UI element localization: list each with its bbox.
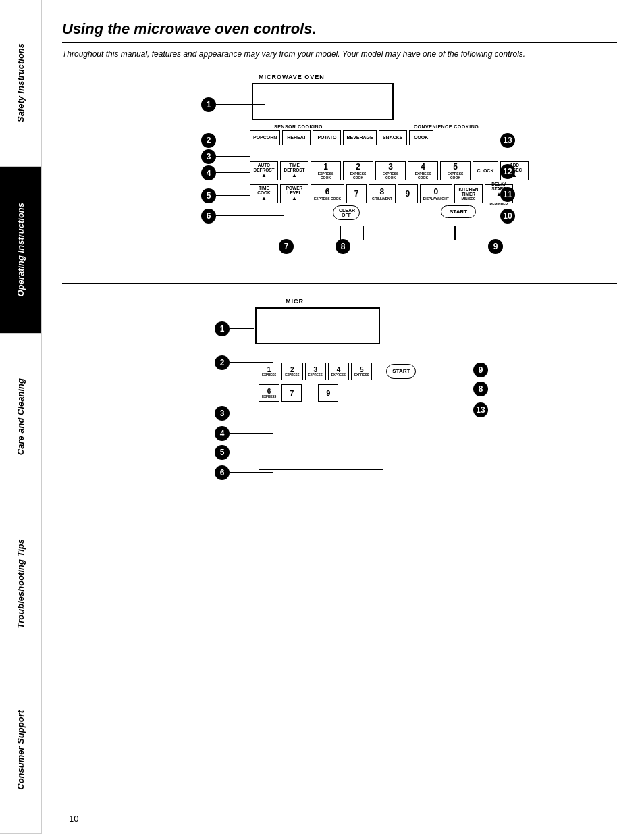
diagram1-top-label: MICROWAVE OVEN [259, 74, 325, 80]
buttons-row3: TIMECOOK▲ POWERLEVEL▲ 6EXPRESS COOK 7 8G… [250, 184, 513, 203]
btn-3[interactable]: 3EXPRESS COOK [375, 161, 406, 180]
btn-start[interactable]: START [441, 205, 476, 218]
sidebar-section-operating: Operating Instructions [0, 167, 41, 334]
diagram2-top-label: MICR [286, 298, 304, 305]
callout-6: 6 [201, 209, 216, 224]
callout-11: 11 [500, 187, 515, 202]
sidebar-label-consumer: Consumer Support [16, 710, 26, 790]
callout-1: 1 [201, 97, 216, 112]
diagram1-container: MICROWAVE OVEN 1 SENSOR COOKING CONVENIE… [62, 74, 617, 269]
btn-popcorn[interactable]: POPCORN [250, 130, 280, 145]
diagram2-callout-9: 9 [473, 363, 488, 377]
sidebar-section-care: Care and Cleaning [0, 334, 41, 500]
callout-8: 8 [336, 239, 350, 254]
callout-4: 4 [201, 165, 216, 180]
sidebar-label-troubleshooting: Troubleshooting Tips [16, 539, 26, 628]
btn-reheat[interactable]: REHEAT [282, 130, 311, 145]
btn-time-cook[interactable]: TIMECOOK▲ [250, 184, 278, 203]
sidebar-label-care: Care and Cleaning [16, 378, 26, 455]
diagram2-callout-13: 13 [473, 402, 488, 417]
btn-7[interactable]: 7 [346, 184, 367, 203]
d2-btn-7[interactable]: 7 [281, 384, 302, 402]
buttons-row1: POPCORN REHEAT POTATO BEVERAGE SNACKS CO… [250, 130, 433, 145]
btn-clock[interactable]: CLOCK [473, 161, 498, 180]
d2-btn-2[interactable]: 2EXPRESS [281, 363, 302, 380]
d2-btn-9[interactable]: 9 [318, 384, 338, 402]
sidebar-section-troubleshooting: Troubleshooting Tips [0, 500, 41, 667]
diagram2-callout-6: 6 [215, 465, 230, 480]
btn-snacks[interactable]: SNACKS [379, 130, 407, 145]
diagram2-row1: 1EXPRESS 2EXPRESS 3EXPRESS 4EXPRESS 5EXP… [259, 363, 416, 380]
sidebar-label-operating: Operating Instructions [16, 203, 26, 296]
btn-auto-defrost[interactable]: AUTODEFROST▲ [250, 161, 278, 180]
diagram2-callout-3: 3 [215, 406, 230, 421]
d2-btn-start[interactable]: START [386, 364, 416, 379]
page-subtitle: Throughout this manual, features and app… [62, 49, 617, 60]
btn-power-level[interactable]: POWERLEVEL▲ [280, 184, 308, 203]
diagram2-callout-8: 8 [473, 382, 488, 396]
btn-0[interactable]: 0DISPLAY/NIGHT [420, 184, 452, 203]
callout-9: 9 [488, 239, 503, 254]
callout-12: 12 [500, 164, 515, 179]
btn-8[interactable]: 8GRILL/VENT [369, 184, 396, 203]
btn-4[interactable]: 4EXPRESS COOK [408, 161, 438, 180]
sidebar-section-consumer: Consumer Support [0, 667, 41, 834]
btn-6[interactable]: 6EXPRESS COOK [311, 184, 344, 203]
sidebar: Safety Instructions Operating Instructio… [0, 0, 42, 834]
d2-btn-3[interactable]: 3EXPRESS [305, 363, 326, 380]
d2-btn-5[interactable]: 5EXPRESS [351, 363, 372, 380]
sensor-cooking-label: SENSOR COOKING [274, 124, 323, 129]
callout-2: 2 [201, 133, 216, 148]
btn-2[interactable]: 2EXPRESS COOK [343, 161, 373, 180]
btn-5[interactable]: 5EXPRESS COOK [440, 161, 471, 180]
diagram1-display [252, 83, 394, 120]
btn-beverage[interactable]: BEVERAGE [343, 130, 376, 145]
callout-13-top: 13 [500, 133, 515, 148]
buttons-row2: AUTODEFROST▲ TIMEDEFROST▲ 1EXPRESS COOK … [250, 161, 529, 180]
convenience-cooking-label: CONVENIENCE COOKING [414, 124, 479, 129]
diagram2-callout-2: 2 [215, 355, 230, 370]
diagram2-container: MICR 1 2 1EXPRESS 2EXPRESS 3EXPRESS 4EXP… [62, 298, 617, 514]
diagram2-display [255, 307, 380, 344]
callout-7: 7 [279, 239, 294, 254]
d2-btn-6[interactable]: 6EXPRESS [259, 384, 279, 402]
page-number: 10 [69, 814, 78, 824]
btn-time-defrost[interactable]: TIMEDEFROST▲ [280, 161, 308, 180]
d2-btn-4[interactable]: 4EXPRESS [328, 363, 349, 380]
page-title: Using the microwave oven controls. [62, 20, 617, 43]
btn-clear-off[interactable]: CLEAROFF [333, 205, 360, 220]
section-divider [62, 283, 617, 284]
btn-potato[interactable]: POTATO [313, 130, 341, 145]
btn-9[interactable]: 9 [398, 184, 418, 203]
sidebar-section-safety: Safety Instructions [0, 0, 41, 167]
callout-5: 5 [201, 188, 216, 203]
diagram2-bottom-box [259, 409, 383, 470]
diagram2-row2: 6EXPRESS 7 9 [259, 384, 338, 402]
callout-10: 10 [500, 209, 515, 224]
btn-kitchen-timer[interactable]: KITCHENTIMERMIN/SEC [454, 184, 483, 203]
callout-3: 3 [201, 149, 216, 164]
diagram2-callout-1: 1 [215, 321, 230, 336]
sidebar-label-safety: Safety Instructions [16, 43, 26, 122]
diagram2-callout-4: 4 [215, 426, 230, 441]
bottom-callouts: 7 8 9 [279, 239, 503, 254]
btn-1[interactable]: 1EXPRESS COOK [311, 161, 341, 180]
btn-cook[interactable]: COOK [409, 130, 433, 145]
diagram2-callout-5: 5 [215, 445, 230, 460]
d2-btn-1[interactable]: 1EXPRESS [259, 363, 279, 380]
main-content: Using the microwave oven controls. Throu… [42, 0, 644, 834]
